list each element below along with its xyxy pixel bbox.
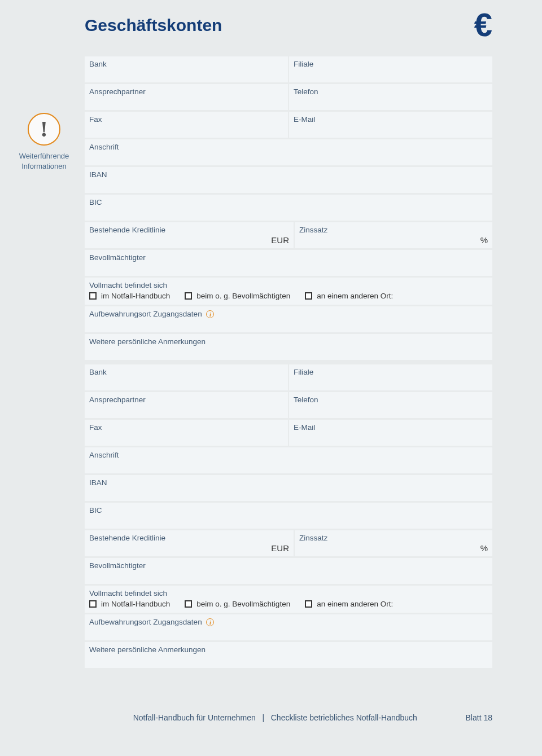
footer-page: Blatt 18	[466, 713, 492, 722]
field-bevollmaechtigter[interactable]: Bevollmächtigter	[85, 558, 492, 584]
side-line1: Weiterführende	[17, 151, 71, 161]
footer-center: Checkliste betriebliches Notfall-Handbuc…	[271, 713, 417, 722]
checkbox-bevollmaechtigten[interactable]: beim o. g. Bevollmächtigten	[185, 600, 290, 608]
field-kreditlinie[interactable]: Bestehende Kreditlinie EUR	[85, 530, 294, 556]
checkbox-icon	[89, 600, 97, 608]
footer-sep: |	[262, 713, 264, 722]
label-aufbewahrung: Aufbewahrungsort Zugangsdaten	[89, 618, 202, 626]
checkbox-icon	[305, 600, 312, 608]
field-bevollmaechtigter[interactable]: Bevollmächtigter	[85, 250, 492, 276]
unit-percent: %	[480, 235, 488, 245]
checkbox-anderer-ort[interactable]: an einem anderen Ort:	[305, 292, 393, 300]
checkbox-icon	[89, 292, 97, 300]
page-title: Geschäftskonten	[85, 16, 222, 35]
field-anschrift[interactable]: Anschrift	[85, 447, 492, 473]
field-anmerkungen[interactable]: Weitere persönliche Anmerkungen	[85, 334, 492, 360]
field-kreditlinie[interactable]: Bestehende Kreditlinie EUR	[85, 222, 294, 248]
field-bank[interactable]: Bank	[85, 364, 288, 390]
checkbox-icon	[305, 292, 312, 300]
field-fax[interactable]: Fax	[85, 112, 288, 138]
euro-icon: €	[474, 6, 492, 43]
field-iban[interactable]: IBAN	[85, 167, 492, 193]
field-vollmacht-location: Vollmacht befindet sich im Notfall-Handb…	[85, 278, 492, 305]
side-line2: Informationen	[17, 161, 71, 172]
info-icon[interactable]: i	[206, 618, 214, 626]
checkbox-icon	[185, 292, 192, 300]
field-aufbewahrung[interactable]: Aufbewahrungsort Zugangsdaten i	[85, 306, 492, 332]
unit-percent: %	[480, 543, 488, 553]
chk3-label: an einem anderen Ort:	[317, 292, 393, 300]
exclamation-icon: !	[28, 113, 60, 146]
further-info-badge[interactable]: ! Weiterführende Informationen	[17, 113, 71, 171]
field-filiale[interactable]: Filiale	[289, 56, 492, 82]
unit-eur: EUR	[271, 235, 289, 245]
field-bic[interactable]: BIC	[85, 195, 492, 221]
chk2-label: beim o. g. Bevollmächtigten	[196, 292, 290, 300]
account-block-2: Bank Filiale Ansprechpartner Telefon Fax…	[85, 364, 492, 670]
label-kreditlinie: Bestehende Kreditlinie	[89, 534, 165, 542]
checkbox-notfall-handbuch[interactable]: im Notfall-Handbuch	[89, 600, 170, 608]
field-filiale[interactable]: Filiale	[289, 364, 492, 390]
label-zinssatz: Zinssatz	[299, 226, 327, 234]
field-bic[interactable]: BIC	[85, 503, 492, 529]
field-iban[interactable]: IBAN	[85, 475, 492, 501]
vollmacht-heading: Vollmacht befindet sich	[89, 589, 488, 597]
chk1-label: im Notfall-Handbuch	[101, 292, 170, 300]
info-icon[interactable]: i	[206, 310, 214, 318]
checkbox-bevollmaechtigten[interactable]: beim o. g. Bevollmächtigten	[185, 292, 290, 300]
account-block-1: Bank Filiale Ansprechpartner Telefon Fax…	[85, 56, 492, 362]
field-anmerkungen[interactable]: Weitere persönliche Anmerkungen	[85, 642, 492, 668]
field-fax[interactable]: Fax	[85, 420, 288, 446]
chk3-label: an einem anderen Ort:	[317, 600, 393, 608]
chk1-label: im Notfall-Handbuch	[101, 600, 170, 608]
label-kreditlinie: Bestehende Kreditlinie	[89, 226, 165, 234]
label-zinssatz: Zinssatz	[299, 534, 327, 542]
field-telefon[interactable]: Telefon	[289, 84, 492, 110]
field-aufbewahrung[interactable]: Aufbewahrungsort Zugangsdaten i	[85, 614, 492, 640]
field-ansprechpartner[interactable]: Ansprechpartner	[85, 84, 288, 110]
checkbox-notfall-handbuch[interactable]: im Notfall-Handbuch	[89, 292, 170, 300]
footer-left: Notfall-Handbuch für Unternehmen	[133, 713, 256, 722]
field-telefon[interactable]: Telefon	[289, 392, 492, 418]
page-footer: Notfall-Handbuch für Unternehmen | Check…	[85, 713, 492, 722]
field-email[interactable]: E-Mail	[289, 420, 492, 446]
label-aufbewahrung: Aufbewahrungsort Zugangsdaten	[89, 310, 202, 318]
field-zinssatz[interactable]: Zinssatz %	[295, 222, 492, 248]
field-ansprechpartner[interactable]: Ansprechpartner	[85, 392, 288, 418]
vollmacht-heading: Vollmacht befindet sich	[89, 281, 488, 289]
field-bank[interactable]: Bank	[85, 56, 288, 82]
chk2-label: beim o. g. Bevollmächtigten	[196, 600, 290, 608]
field-vollmacht-location: Vollmacht befindet sich im Notfall-Handb…	[85, 586, 492, 613]
checkbox-anderer-ort[interactable]: an einem anderen Ort:	[305, 600, 393, 608]
field-anschrift[interactable]: Anschrift	[85, 139, 492, 165]
field-email[interactable]: E-Mail	[289, 112, 492, 138]
unit-eur: EUR	[271, 543, 289, 553]
field-zinssatz[interactable]: Zinssatz %	[295, 530, 492, 556]
checkbox-icon	[185, 600, 192, 608]
